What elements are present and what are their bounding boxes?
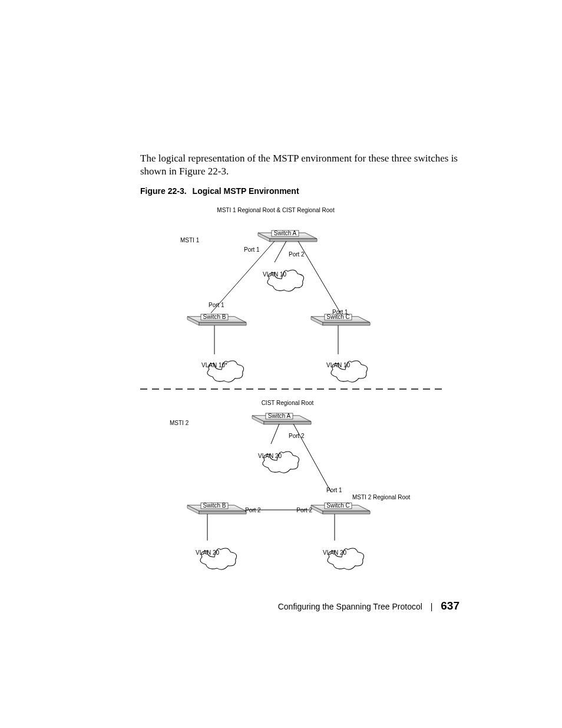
vlan20-b-label: VLAN 20 <box>196 549 219 556</box>
vlan10-cloud-a: VLAN 10 <box>263 270 304 291</box>
msti2-label: MSTI 2 <box>170 420 189 426</box>
svg-line-6 <box>275 241 286 262</box>
port1-a-left: Port 1 <box>244 246 260 253</box>
figure-title: Logical MSTP Environment <box>193 186 299 196</box>
vlan20-cloud-a: VLAN 20 <box>258 452 299 473</box>
cist-label: CIST Regional Root <box>262 400 314 406</box>
switch-c-label-1: Switch C <box>326 314 349 320</box>
vlan10-a-label: VLAN 10 <box>263 271 286 278</box>
vlan20-cloud-b: VLAN 20 <box>196 548 237 569</box>
figure-number: Figure 22-3. <box>140 186 187 196</box>
svg-marker-25 <box>199 511 246 514</box>
vlan10star-cloud-b: VLAN 10* <box>201 361 244 382</box>
svg-line-5 <box>298 241 340 313</box>
port2-b-msti2: Port 2 <box>245 507 261 513</box>
svg-line-22 <box>271 424 279 444</box>
switch-b-msti2: Switch B <box>187 502 246 514</box>
figure-caption: Figure 22-3.Logical MSTP Environment <box>140 186 299 196</box>
body-paragraph: The logical representation of the MSTP e… <box>140 152 458 178</box>
switch-b-msti1: Switch B <box>187 314 246 325</box>
msti2-root-label: MSTI 2 Regional Root <box>352 494 411 500</box>
port1-c-msti2: Port 1 <box>326 487 342 493</box>
svg-marker-9 <box>199 322 246 325</box>
page-number: 637 <box>441 599 459 612</box>
vlan20-cloud-c: VLAN 20 <box>323 548 364 569</box>
port2-a-msti2: Port 2 <box>289 433 305 439</box>
switch-b-label-2: Switch B <box>203 502 226 509</box>
switch-a-label-2: Switch A <box>268 413 291 419</box>
switch-c-msti1: Switch C <box>311 314 370 325</box>
msti1-header: MSTI 1 Regional Root & CIST Regional Roo… <box>217 207 335 213</box>
vlan10-cloud-c: VLAN 10 <box>326 361 368 382</box>
msti1-label: MSTI 1 <box>180 237 200 243</box>
port2-a-right: Port 2 <box>289 251 305 258</box>
vlan10star-label: VLAN 10* <box>201 362 227 368</box>
svg-marker-2 <box>270 239 317 242</box>
page-footer: Configuring the Spanning Tree Protocol |… <box>0 599 459 612</box>
chapter-title: Configuring the Spanning Tree Protocol <box>278 602 422 611</box>
switch-c-label-2: Switch C <box>326 502 349 509</box>
footer-separator: | <box>431 602 433 611</box>
switch-a-msti2: Switch A <box>252 413 311 424</box>
vlan20-c-label: VLAN 20 <box>323 549 346 556</box>
svg-marker-13 <box>323 322 370 325</box>
figure-diagram: MSTI 1 Regional Root & CIST Regional Roo… <box>140 203 447 581</box>
svg-marker-19 <box>264 421 311 424</box>
switch-a-label-1: Switch A <box>274 230 297 236</box>
vlan20-a-label: VLAN 20 <box>258 453 282 459</box>
vlan10-c-label: VLAN 10 <box>326 362 350 368</box>
port1-b-top: Port 1 <box>209 302 224 308</box>
switch-c-msti2: Switch C <box>311 502 370 514</box>
svg-marker-29 <box>323 511 370 514</box>
switch-b-label-1: Switch B <box>203 314 226 320</box>
port2-c-msti2: Port 2 <box>296 507 312 513</box>
switch-a-msti1: Switch A <box>258 230 317 242</box>
